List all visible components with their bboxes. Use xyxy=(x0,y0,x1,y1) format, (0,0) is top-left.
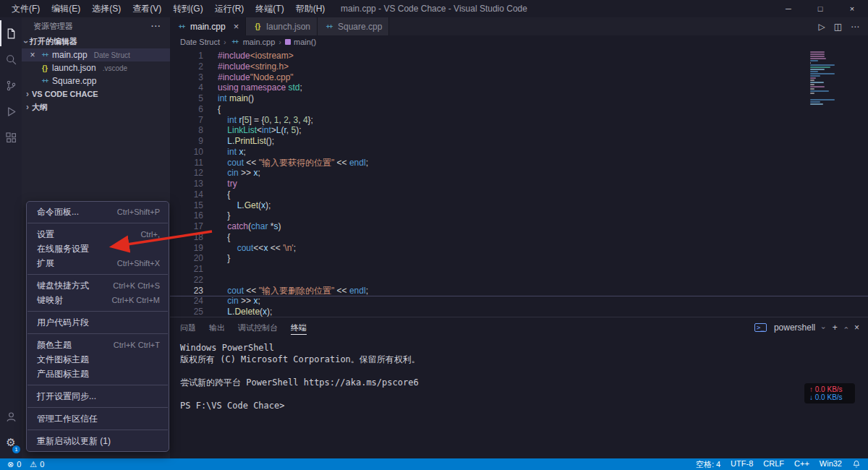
code-line[interactable]: 15 L.Get(x); xyxy=(170,200,868,211)
chevron-up-icon[interactable]: › xyxy=(842,326,850,328)
code-line[interactable]: 18 { xyxy=(170,232,868,243)
extensions-icon[interactable] xyxy=(0,124,22,150)
status-item[interactable]: UTF-8 xyxy=(731,459,753,470)
source-control-icon[interactable] xyxy=(0,72,22,98)
breadcrumb-item[interactable]: main() xyxy=(285,38,316,46)
code-text: } xyxy=(218,210,230,221)
status-item[interactable]: C++ xyxy=(794,459,809,470)
code-line[interactable]: 17 catch(char *s) xyxy=(170,221,868,232)
tab-close-icon[interactable]: × xyxy=(234,21,239,32)
editor-tab[interactable]: ++main.cpp× xyxy=(170,17,246,35)
sidebar-section[interactable]: ›VS CODE CHACE xyxy=(22,87,170,101)
code-line[interactable]: 6{ xyxy=(170,104,868,115)
chevron-down-icon[interactable]: › xyxy=(820,326,827,328)
gear-menu-item[interactable]: 颜色主题Ctrl+K Ctrl+T xyxy=(27,338,169,352)
breadcrumb-item[interactable]: Date Struct xyxy=(180,38,220,46)
maximize-button[interactable]: □ xyxy=(804,0,836,17)
status-item[interactable]: CRLF xyxy=(763,459,784,470)
status-item[interactable]: 空格: 4 xyxy=(696,459,720,470)
code-line[interactable]: 14 { xyxy=(170,189,868,200)
settings-gear-icon[interactable]: ⚙ 1 xyxy=(0,430,22,456)
code-line[interactable]: 19 cout<<x << '\n'; xyxy=(170,243,868,254)
breadcrumb-item[interactable]: ++main.cpp xyxy=(230,38,276,46)
code-line[interactable]: 2#include<string.h> xyxy=(170,61,868,72)
code-line[interactable]: 16 } xyxy=(170,210,868,221)
notifications-bell-icon[interactable] xyxy=(852,460,861,469)
gear-menu-item[interactable]: 管理工作区信任 xyxy=(27,411,169,426)
code-line[interactable]: 24 cin >> x; xyxy=(170,296,868,307)
shell-selector[interactable]: powershell xyxy=(774,322,815,333)
close-icon[interactable]: × xyxy=(27,50,38,60)
gear-menu-item[interactable]: 打开设置同步... xyxy=(27,389,169,403)
gear-menu-item[interactable]: 产品图标主题 xyxy=(27,367,169,381)
split-editor-icon[interactable]: ◫ xyxy=(834,22,842,32)
sidebar-section[interactable]: ›大纲 xyxy=(22,101,170,114)
menubar-item[interactable]: 运行(R) xyxy=(209,3,250,15)
gear-menu-item[interactable]: 设置Ctrl+, xyxy=(27,227,169,242)
problems-indicator[interactable]: ⊗ 0 ⚠ 0 xyxy=(7,460,44,469)
open-editors-header[interactable]: › 打开的编辑器 xyxy=(22,35,170,48)
editor-tab[interactable]: {}launch.json xyxy=(246,17,318,35)
menubar-item[interactable]: 转到(G) xyxy=(167,3,208,15)
code-line[interactable]: 9 L.PrintList(); xyxy=(170,136,868,147)
account-icon[interactable] xyxy=(0,403,22,430)
gear-menu-item[interactable]: 用户代码片段 xyxy=(27,315,169,330)
code-line[interactable]: 5int main() xyxy=(170,93,868,104)
code-line[interactable]: 20 } xyxy=(170,253,868,264)
code-text: int main() xyxy=(218,93,254,104)
code-line[interactable]: 3#include"Node.cpp" xyxy=(170,72,868,83)
minimize-button[interactable]: ─ xyxy=(773,0,804,17)
explorer-icon[interactable] xyxy=(0,20,22,46)
code-line[interactable]: 1#include<iostream> xyxy=(170,51,868,61)
menubar-item[interactable]: 编辑(E) xyxy=(46,3,86,15)
panel-tab[interactable]: 终端 xyxy=(291,317,307,338)
menubar-item[interactable]: 帮助(H) xyxy=(290,3,331,15)
code-line[interactable]: 25 L.Delete(x); xyxy=(170,307,868,317)
network-speed-badge: ↑ 0.0 KB/s ↓ 0.0 KB/s xyxy=(804,383,855,403)
open-editors-list: ×++main.cppDate Struct{}launch.json.vsco… xyxy=(22,48,170,87)
run-debug-icon[interactable] xyxy=(0,98,22,124)
panel-tab[interactable]: 问题 xyxy=(180,317,196,338)
code-line[interactable]: 10 int x; xyxy=(170,147,868,158)
minimap[interactable] xyxy=(810,51,861,106)
open-editor-item[interactable]: ++Square.cpp xyxy=(22,74,170,87)
editor-tab[interactable]: ++Square.cpp xyxy=(318,17,389,35)
code-line[interactable]: 8 LinkList<int>L(r, 5); xyxy=(170,125,868,136)
code-line[interactable]: 13 try xyxy=(170,179,868,189)
new-terminal-icon[interactable]: + xyxy=(833,322,838,333)
search-icon[interactable] xyxy=(0,46,22,72)
code-line[interactable]: 11 cout << "输入要获得的位置" << endl; xyxy=(170,158,868,168)
panel-tab[interactable]: 输出 xyxy=(209,317,225,338)
open-editor-item[interactable]: {}launch.json.vscode xyxy=(22,61,170,74)
menubar-item[interactable]: 文件(F) xyxy=(6,3,46,15)
gear-menu-item[interactable]: 文件图标主题 xyxy=(27,352,169,367)
close-panel-icon[interactable]: × xyxy=(854,322,859,333)
terminal-output[interactable]: Windows PowerShell版权所有 (C) Microsoft Cor… xyxy=(170,338,868,411)
code-line[interactable]: 7 int r[5] = {0, 1, 2, 3, 4}; xyxy=(170,115,868,126)
gear-menu-item[interactable]: 命令面板...Ctrl+Shift+P xyxy=(27,205,169,219)
gear-menu-item[interactable]: 在线服务设置 xyxy=(27,242,169,256)
menu-item-label: 在线服务设置 xyxy=(37,243,89,255)
menubar-item[interactable]: 终端(T) xyxy=(250,3,289,15)
close-button[interactable]: × xyxy=(836,0,868,17)
code-text: #include<string.h> xyxy=(218,61,289,72)
menubar-item[interactable]: 查看(V) xyxy=(127,3,167,15)
gear-menu-item[interactable]: 键映射Ctrl+K Ctrl+M xyxy=(27,293,169,307)
gear-menu-item[interactable]: 扩展Ctrl+Shift+X xyxy=(27,256,169,270)
gear-menu-item[interactable]: 键盘快捷方式Ctrl+K Ctrl+S xyxy=(27,278,169,293)
sidebar-header: 资源管理器 ··· xyxy=(22,17,170,35)
panel-tab[interactable]: 调试控制台 xyxy=(238,317,278,338)
menubar-item[interactable]: 选择(S) xyxy=(86,3,127,15)
code-line[interactable]: 12 cin >> x; xyxy=(170,168,868,179)
run-button[interactable]: ▷ xyxy=(818,22,825,32)
code-line[interactable]: 22 xyxy=(170,275,868,286)
code-line[interactable]: 4using namespace std; xyxy=(170,82,868,93)
status-item[interactable]: Win32 xyxy=(820,459,842,470)
open-editor-item[interactable]: ×++main.cppDate Struct xyxy=(22,48,170,61)
more-actions-icon[interactable]: ··· xyxy=(151,22,161,30)
gear-menu-item[interactable]: 重新启动以更新 (1) xyxy=(27,434,169,448)
code-editor[interactable]: 1#include<iostream>2#include<string.h>3#… xyxy=(170,48,868,317)
code-line[interactable]: 23 cout << "输入要删除的位置" << endl; xyxy=(170,286,868,296)
more-actions-icon[interactable]: ⋯ xyxy=(851,22,859,32)
code-line[interactable]: 21 xyxy=(170,264,868,275)
